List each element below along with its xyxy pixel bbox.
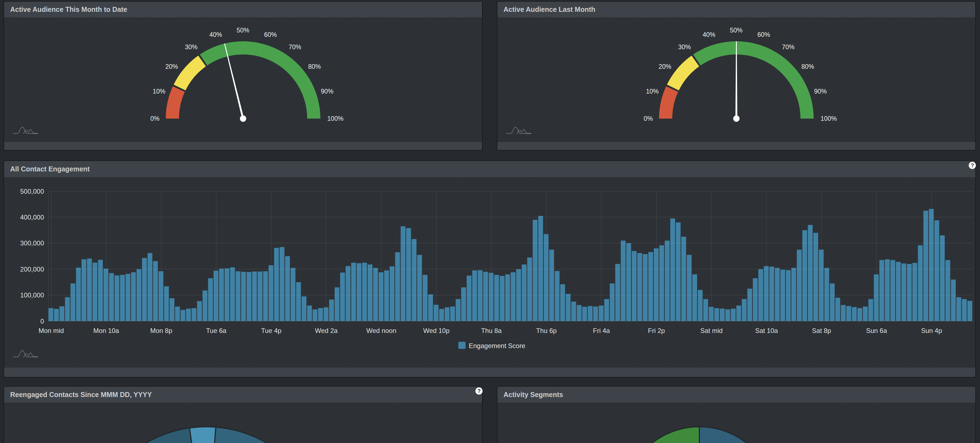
svg-text:40%: 40% (703, 31, 715, 38)
svg-text:50%: 50% (237, 27, 249, 34)
svg-text:Tue 4p: Tue 4p (261, 327, 282, 334)
svg-text:70%: 70% (289, 43, 301, 51)
svg-text:Tue 6a: Tue 6a (206, 327, 226, 334)
svg-text:Mon mid: Mon mid (38, 327, 64, 334)
svg-text:30%: 30% (678, 43, 691, 51)
svg-text:Sat mid: Sat mid (700, 327, 722, 334)
svg-text:Thu 6p: Thu 6p (536, 327, 557, 334)
svg-text:Wed 2a: Wed 2a (315, 327, 338, 334)
svg-text:10%: 10% (153, 88, 165, 95)
svg-text:20%: 20% (165, 63, 178, 70)
svg-text:40%: 40% (209, 31, 222, 38)
svg-text:80%: 80% (802, 63, 814, 70)
svg-text:0%: 0% (150, 115, 159, 122)
svg-text:Wed 10p: Wed 10p (423, 327, 450, 334)
svg-text:Fri 4a: Fri 4a (593, 327, 610, 334)
svg-text:20%: 20% (659, 63, 671, 70)
svg-text:100%: 100% (328, 115, 344, 122)
svg-text:300,000: 300,000 (20, 239, 44, 247)
svg-text:Sun 6a: Sun 6a (866, 327, 887, 334)
svg-text:100,000: 100,000 (20, 292, 44, 299)
svg-text:Sat 8p: Sat 8p (812, 327, 831, 334)
svg-text:90%: 90% (321, 88, 334, 95)
svg-text:400,000: 400,000 (20, 214, 44, 221)
svg-text:100%: 100% (821, 115, 837, 122)
svg-text:70%: 70% (782, 43, 795, 51)
svg-text:60%: 60% (757, 31, 770, 38)
svg-text:Mon 8p: Mon 8p (150, 327, 172, 334)
svg-text:Fri 2p: Fri 2p (648, 327, 665, 334)
svg-text:30%: 30% (185, 43, 197, 51)
svg-text:500,000: 500,000 (20, 188, 44, 195)
svg-text:90%: 90% (814, 88, 827, 95)
svg-text:Engagement Score: Engagement Score (469, 342, 525, 349)
svg-text:Wed noon: Wed noon (366, 327, 396, 334)
svg-text:0%: 0% (644, 115, 652, 122)
svg-text:80%: 80% (308, 63, 321, 70)
svg-text:10%: 10% (646, 88, 659, 95)
svg-text:Sat 10a: Sat 10a (755, 327, 778, 334)
svg-text:50%: 50% (730, 27, 743, 34)
svg-text:200,000: 200,000 (20, 266, 44, 273)
svg-text:Mon 10a: Mon 10a (93, 327, 119, 334)
svg-text:0: 0 (40, 317, 44, 325)
svg-text:60%: 60% (264, 31, 277, 38)
svg-text:Sun 4p: Sun 4p (921, 327, 942, 334)
svg-text:Thu 8a: Thu 8a (481, 327, 502, 334)
